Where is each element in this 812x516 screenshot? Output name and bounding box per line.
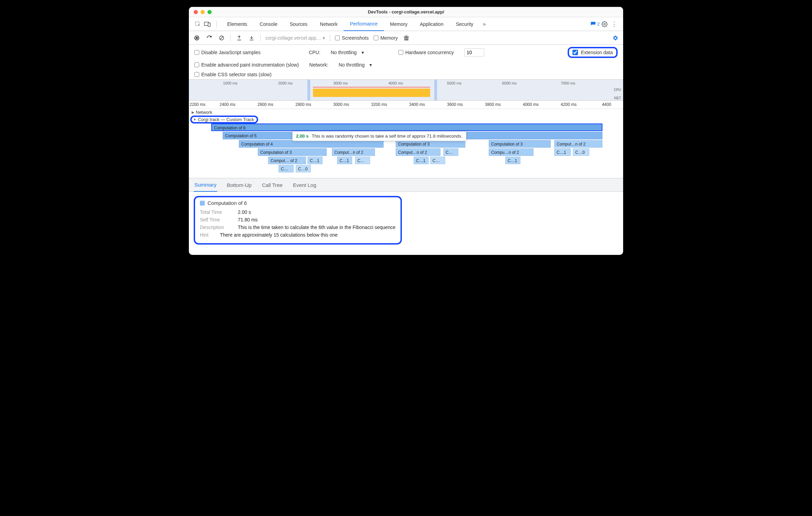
tab-application[interactable]: Application: [414, 17, 450, 31]
flame-entry[interactable]: C…0: [296, 165, 311, 172]
custom-track-header[interactable]: ▼ Corgi track — Custom Track: [193, 117, 254, 122]
close-window-button[interactable]: [194, 10, 198, 14]
overview-tick: 6000 ms: [502, 81, 517, 85]
svg-line-7: [220, 37, 223, 39]
tab-security[interactable]: Security: [450, 17, 480, 31]
kebab-menu-icon[interactable]: ⋮: [609, 19, 619, 29]
ruler-tick: 3600 ms: [447, 102, 463, 107]
tab-memory[interactable]: Memory: [384, 17, 414, 31]
memory-checkbox[interactable]: Memory: [374, 35, 398, 41]
flame-entry[interactable]: C…: [278, 165, 294, 172]
tab-sources[interactable]: Sources: [284, 17, 314, 31]
overview-tick: 4000 ms: [388, 81, 403, 85]
collapse-arrow-icon: ▼: [193, 118, 196, 121]
overview-handle-right[interactable]: [434, 80, 437, 100]
separator: [216, 21, 217, 28]
summary-row: Self Time 71.80 ms: [200, 217, 396, 222]
overview-handle-left[interactable]: [307, 80, 310, 100]
summary-panel: Computation of 6 Total Time 2.00 s Self …: [189, 192, 623, 255]
tab-console[interactable]: Console: [253, 17, 283, 31]
flame-entry[interactable]: C…1: [414, 157, 429, 164]
disable-js-samples-checkbox[interactable]: Disable JavaScript samples: [194, 50, 261, 55]
network-label: Network:: [309, 62, 328, 68]
tab-bottom-up[interactable]: Bottom-Up: [226, 178, 252, 192]
extension-data-checkbox[interactable]: [572, 50, 578, 55]
overview-activity-marker: [313, 87, 430, 88]
tooltip-text: This is was randomly chosen to take a se…: [312, 133, 463, 139]
timeline-ruler: 2200 ms 2400 ms 2600 ms 2800 ms 3000 ms …: [189, 101, 623, 109]
flame-entry[interactable]: Computation of 3: [489, 140, 551, 148]
chevron-down-icon: ▾: [362, 50, 364, 55]
extension-data-label: Extension data: [581, 50, 613, 55]
ruler-tick: 2400 ms: [220, 102, 235, 107]
device-toolbar-icon[interactable]: [203, 19, 212, 29]
flame-entry[interactable]: C…1: [337, 157, 352, 164]
flame-entry[interactable]: Compu…n of 2: [489, 148, 534, 156]
net-track-label: NET: [614, 96, 621, 100]
flame-entry-selected[interactable]: Computation of 6: [211, 123, 602, 131]
network-track-header[interactable]: ▶ Network: [189, 109, 623, 116]
settings-row-3: Enable CSS selector stats (slow): [189, 70, 623, 79]
flame-entry[interactable]: C…: [430, 157, 445, 164]
network-throttling-select[interactable]: No throttling ▾: [339, 62, 372, 68]
maximize-window-button[interactable]: [207, 10, 212, 14]
flame-entry[interactable]: Computation of 3: [396, 140, 465, 148]
flame-entry[interactable]: Comput…n of 2: [332, 148, 375, 156]
flame-entry[interactable]: Comput…n of 2: [396, 148, 440, 156]
settings-row-1: Disable JavaScript samples CPU: No throt…: [189, 45, 623, 60]
color-swatch: [200, 201, 205, 206]
flame-entry[interactable]: C…1: [554, 148, 571, 156]
flame-entry[interactable]: C…1: [505, 157, 520, 164]
timeline-overview[interactable]: 1000 ms 2000 ms 3000 ms 4000 ms 5000 ms …: [189, 79, 623, 101]
overview-tick: 1000 ms: [223, 81, 237, 85]
screenshots-checkbox[interactable]: Screenshots: [335, 35, 369, 41]
settings-gear-icon[interactable]: [600, 19, 609, 29]
recording-dropdown[interactable]: corgi-collage.vercel.app… ▾: [265, 35, 325, 41]
hardware-concurrency-input[interactable]: [464, 48, 484, 57]
ruler-tick: 2800 ms: [295, 102, 311, 107]
tab-summary[interactable]: Summary: [194, 178, 217, 192]
svg-point-3: [604, 23, 606, 25]
summary-title: Computation of 6: [200, 200, 396, 206]
overview-tick: 5000 ms: [447, 81, 461, 85]
flame-entry[interactable]: C…1: [307, 157, 323, 164]
separator: [230, 34, 231, 41]
inspect-element-icon[interactable]: [193, 19, 203, 29]
hardware-concurrency-checkbox[interactable]: Hardware concurrency: [398, 50, 454, 55]
flame-entry[interactable]: Computation of 3: [258, 148, 327, 156]
flame-entry[interactable]: C…: [355, 157, 370, 164]
flame-entry[interactable]: Computation of 4: [239, 140, 384, 148]
cpu-throttling-select[interactable]: No throttling ▾: [331, 50, 364, 55]
minimize-window-button[interactable]: [201, 10, 205, 14]
issues-badge[interactable]: 2: [590, 21, 600, 27]
tab-event-log[interactable]: Event Log: [292, 178, 317, 192]
tab-call-tree[interactable]: Call Tree: [261, 178, 283, 192]
cpu-track-label: CPU: [614, 88, 621, 92]
traffic-lights: [194, 10, 212, 14]
reload-record-icon[interactable]: [205, 34, 213, 42]
more-tabs-chevron-icon[interactable]: »: [479, 19, 489, 29]
garbage-collect-icon[interactable]: [403, 34, 410, 42]
tab-elements[interactable]: Elements: [221, 17, 253, 31]
capture-settings-gear-icon[interactable]: [611, 34, 619, 42]
tab-performance[interactable]: Performance: [344, 17, 384, 31]
ruler-tick: 3800 ms: [485, 102, 501, 107]
clear-icon[interactable]: [218, 34, 225, 42]
flame-entry[interactable]: Comput… of 2: [268, 157, 306, 164]
enable-css-stats-checkbox[interactable]: Enable CSS selector stats (slow): [194, 72, 272, 77]
chevron-down-icon: ▾: [323, 35, 325, 41]
flame-entry[interactable]: C…: [443, 148, 458, 156]
enable-paint-checkbox[interactable]: Enable advanced paint instrumentation (s…: [194, 62, 299, 68]
flame-entry[interactable]: Comput…n of 2: [554, 140, 602, 148]
separator: [260, 34, 261, 41]
flame-entry[interactable]: C…0: [573, 148, 589, 156]
titlebar: DevTools - corgi-collage.vercel.app/: [189, 7, 623, 17]
tab-network[interactable]: Network: [314, 17, 344, 31]
svg-point-5: [196, 37, 198, 39]
ruler-tick: 3400 ms: [409, 102, 425, 107]
extension-data-highlight: Extension data: [568, 47, 618, 58]
download-icon[interactable]: [248, 34, 255, 42]
flame-chart[interactable]: ▶ Network ▼ Corgi track — Custom Track C…: [189, 109, 623, 178]
upload-icon[interactable]: [235, 34, 243, 42]
record-button-icon[interactable]: [193, 34, 201, 42]
